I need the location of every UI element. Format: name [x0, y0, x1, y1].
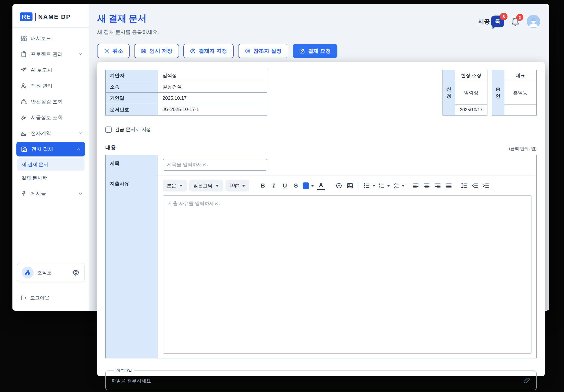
- caret-down-icon: [216, 185, 219, 187]
- attachment-legend: 첨부파일: [114, 368, 134, 373]
- chat-shortcut[interactable]: 시공 톡 8: [478, 16, 504, 27]
- sidebar-item-construction-info[interactable]: 시공정보 조회: [12, 110, 89, 125]
- logout-label: 로그아웃: [30, 295, 49, 301]
- sidebar-item-dashboard[interactable]: 대시보드: [12, 31, 89, 46]
- approval-role: 현장 소장: [455, 70, 487, 81]
- title-label: 제목: [106, 155, 158, 175]
- content-heading-row: 내용 (금액 단위: 원): [105, 144, 537, 151]
- font-family-dropdown[interactable]: 맑은고딕: [189, 180, 223, 191]
- numbered-list-button[interactable]: 12: [378, 181, 390, 190]
- outdent-button[interactable]: [470, 181, 479, 190]
- temp-save-button[interactable]: 임시 저장: [134, 44, 179, 58]
- caret-down-icon: [387, 185, 390, 187]
- org-chart-card[interactable]: 조직도: [17, 263, 84, 282]
- cancel-label: 취소: [112, 47, 123, 55]
- save-icon: [141, 48, 147, 54]
- unit-note: (금액 단위: 원): [509, 146, 537, 151]
- sidebar-divider: [12, 27, 89, 28]
- sparkle-icon: [20, 67, 27, 73]
- app-window: RE NAME DP 대시보드 프로젝트 관리: [12, 4, 549, 311]
- sidebar: RE NAME DP 대시보드 프로젝트 관리: [12, 4, 89, 311]
- logo-badge: RE: [20, 12, 32, 21]
- sidebar-item-label: 직원 관리: [31, 82, 83, 89]
- sidebar-item-ai-report[interactable]: AI 보고서: [12, 62, 89, 78]
- urgent-checkbox[interactable]: [105, 127, 112, 133]
- sidebar-nav: 대시보드 프로젝트 관리 AI 보고서: [12, 31, 89, 202]
- assign-approver-button[interactable]: 결재자 지정: [183, 44, 233, 58]
- sidebar-item-projects[interactable]: 프로젝트 관리: [12, 46, 89, 62]
- avatar[interactable]: [527, 15, 540, 28]
- gear-icon[interactable]: [72, 269, 80, 276]
- sidebar-subitem-approval-inbox[interactable]: 결재 문서함: [17, 172, 84, 184]
- align-justify-button[interactable]: [444, 181, 453, 190]
- hard-hat-icon: [20, 98, 27, 105]
- underline-button[interactable]: U: [281, 181, 289, 190]
- bold-button[interactable]: B: [259, 181, 267, 190]
- chat-badge: 8: [500, 13, 507, 20]
- cancel-button[interactable]: 취소: [97, 44, 130, 58]
- align-left-button[interactable]: [411, 181, 420, 190]
- text-color-button[interactable]: A: [317, 181, 325, 190]
- toolbar-separator: [254, 181, 254, 190]
- sidebar-item-eapproval[interactable]: 전자 결재: [16, 142, 85, 156]
- approval-request-side: 신청: [443, 70, 455, 115]
- sidebar-item-label: 프로젝트 관리: [31, 51, 75, 58]
- reason-editor[interactable]: 지출 사유를 입력하세요.: [163, 195, 532, 354]
- set-referrer-button[interactable]: 참조자 설정: [238, 44, 288, 58]
- doc-info-table: 기안자 임꺽정 소속 길동건설 기안일 2025.10.17 문서번호: [105, 70, 267, 116]
- line-height-button[interactable]: [459, 181, 468, 190]
- sidebar-item-econtract[interactable]: 전자계약: [12, 125, 89, 141]
- attachment-placeholder: 파일을 첨부하세요.: [111, 378, 152, 384]
- reason-editor-placeholder: 지출 사유를 입력하세요.: [168, 200, 526, 207]
- approval-approve-label: 승인: [495, 86, 501, 100]
- content-table: 제목 지출사유 본문: [105, 155, 537, 358]
- highlight-color-button[interactable]: [303, 181, 314, 190]
- logout-button[interactable]: 로그아웃: [12, 288, 89, 311]
- font-size-dropdown[interactable]: 10pt: [225, 180, 249, 191]
- paragraph-style-dropdown[interactable]: 본문: [163, 180, 187, 191]
- editor-toolbar: 본문 맑은고딕 10pt: [163, 180, 532, 191]
- sidebar-item-safety[interactable]: 안전점검 조회: [12, 94, 89, 110]
- screen: RE NAME DP 대시보드 프로젝트 관리: [0, 0, 564, 392]
- image-button[interactable]: [346, 181, 354, 190]
- sidebar-spacer: [12, 202, 89, 263]
- link-button[interactable]: [335, 181, 343, 190]
- indent-button[interactable]: [481, 181, 490, 190]
- checklist-button[interactable]: [393, 181, 405, 190]
- paragraph-style-value: 본문: [167, 182, 176, 189]
- title-input[interactable]: [163, 159, 267, 171]
- toolbar-separator: [330, 181, 330, 190]
- sidebar-item-employees[interactable]: 직원 관리: [12, 78, 89, 94]
- chevron-down-icon: [78, 191, 83, 196]
- approval-date: [504, 104, 536, 115]
- align-right-button[interactable]: [433, 181, 442, 190]
- app-logo[interactable]: RE NAME DP: [12, 4, 89, 27]
- title-row: 제목: [106, 155, 536, 175]
- doc-top-section: 기안자 임꺽정 소속 길동건설 기안일 2025.10.17 문서번호: [105, 70, 537, 116]
- sidebar-item-label: 전자계약: [31, 130, 75, 137]
- italic-button[interactable]: I: [270, 181, 278, 190]
- dashboard-icon: [20, 35, 27, 42]
- approval-request-label: 신청: [446, 86, 452, 100]
- caret-down-icon: [242, 185, 245, 187]
- approval-request-col: 현장 소장 임꺽정 2025/10/17: [455, 70, 487, 115]
- caret-down-icon: [402, 185, 405, 187]
- notification-bell[interactable]: 2: [510, 16, 520, 27]
- close-icon: [104, 48, 110, 54]
- sidebar-item-label: 안전점검 조회: [31, 98, 83, 105]
- page-subtitle: 새 결재 문서를 등록하세요.: [97, 29, 159, 36]
- sidebar-subitem-new-approval-doc[interactable]: 새 결재 문서: [17, 158, 84, 171]
- main-area: 새 결재 문서 새 결재 문서를 등록하세요. 시공 톡 8 2: [89, 4, 549, 311]
- attachment-dropzone[interactable]: 파일을 첨부하세요.: [111, 377, 531, 384]
- sidebar-item-posts[interactable]: 게시글: [12, 186, 89, 202]
- bullet-list-button[interactable]: [363, 181, 376, 190]
- request-approval-label: 결재 요청: [308, 47, 331, 55]
- info-value: JG-2025-10-17-1: [158, 104, 267, 115]
- approval-approve-side: 승인: [492, 70, 504, 115]
- attachment-fieldset: 첨부파일 파일을 첨부하세요.: [105, 368, 537, 390]
- chat-bubble-icon: 톡 8: [491, 16, 504, 27]
- paperclip-icon[interactable]: [523, 377, 531, 384]
- align-center-button[interactable]: [422, 181, 431, 190]
- strikethrough-button[interactable]: S: [292, 181, 300, 190]
- request-approval-button[interactable]: 결재 요청: [293, 44, 337, 58]
